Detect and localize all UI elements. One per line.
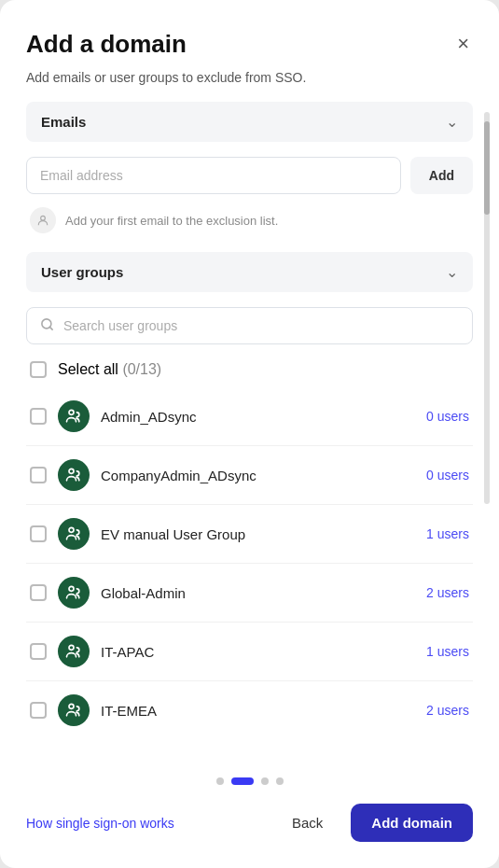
- pagination-dot[interactable]: [276, 777, 284, 785]
- add-domain-modal: Add a domain × Add emails or user groups…: [0, 0, 499, 868]
- group-list-item: IT-APAC 1 users: [26, 623, 473, 681]
- group-checkbox[interactable]: [30, 702, 47, 719]
- svg-point-3: [69, 410, 74, 414]
- add-email-button[interactable]: Add: [410, 157, 473, 194]
- email-input-row: Add: [26, 157, 473, 194]
- group-list-item: CompanyAdmin_ADsync 0 users: [26, 446, 473, 505]
- group-checkbox[interactable]: [30, 643, 47, 660]
- group-avatar: [58, 459, 90, 491]
- svg-line-2: [49, 327, 52, 329]
- user-count: 1 users: [426, 526, 469, 541]
- scrollbar[interactable]: [484, 112, 490, 504]
- close-button[interactable]: ×: [453, 30, 473, 58]
- group-checkbox[interactable]: [30, 408, 47, 425]
- modal-subtitle: Add emails or user groups to exclude fro…: [26, 70, 473, 85]
- sso-link[interactable]: How single sign-on works: [26, 816, 174, 831]
- group-avatar: [58, 400, 90, 432]
- group-checkbox[interactable]: [30, 584, 47, 601]
- group-list-item: IT-EMEA 2 users: [26, 681, 473, 739]
- person-icon: [30, 207, 56, 233]
- group-checkbox[interactable]: [30, 525, 47, 542]
- group-name: IT-APAC: [101, 644, 415, 660]
- group-name: CompanyAdmin_ADsync: [101, 468, 415, 483]
- select-all-checkbox[interactable]: [30, 361, 47, 378]
- emails-chevron-icon: ⌄: [446, 113, 458, 131]
- group-avatar: [58, 518, 90, 550]
- footer-actions: Back Add domain: [275, 804, 473, 842]
- svg-point-6: [69, 586, 74, 591]
- group-name: Admin_ADsync: [101, 409, 415, 425]
- select-all-row: Select all (0/13): [26, 361, 473, 378]
- add-domain-button[interactable]: Add domain: [351, 804, 473, 842]
- back-button[interactable]: Back: [275, 805, 340, 840]
- pagination-dot[interactable]: [261, 777, 269, 785]
- user-count: 2 users: [426, 703, 469, 718]
- user-count: 2 users: [426, 585, 469, 600]
- email-input[interactable]: [26, 157, 401, 194]
- search-icon: [40, 317, 54, 334]
- user-count: 0 users: [426, 468, 469, 483]
- group-list-item: Admin_ADsync 0 users: [26, 387, 473, 446]
- pagination: [26, 777, 473, 785]
- select-all-label: Select all (0/13): [58, 361, 161, 378]
- svg-point-5: [69, 527, 74, 532]
- scrollbar-thumb: [484, 121, 490, 215]
- group-list: Admin_ADsync 0 users CompanyAdmin_ADsync…: [26, 387, 473, 761]
- group-avatar: [58, 636, 90, 667]
- emails-section-header[interactable]: Emails ⌄: [26, 102, 473, 142]
- group-avatar: [58, 694, 90, 726]
- select-all-count: (0/13): [122, 361, 161, 377]
- user-count: 1 users: [426, 644, 469, 659]
- group-avatar: [58, 577, 90, 609]
- user-count: 0 users: [426, 409, 469, 424]
- user-groups-section-label: User groups: [41, 264, 123, 280]
- emails-section-label: Emails: [41, 114, 86, 130]
- user-groups-chevron-icon: ⌄: [446, 263, 458, 281]
- email-empty-hint-text: Add your first email to the exclusion li…: [65, 214, 278, 228]
- group-list-item: Global-Admin 2 users: [26, 564, 473, 623]
- svg-point-7: [69, 645, 74, 650]
- pagination-dot[interactable]: [216, 777, 224, 785]
- search-user-groups-input[interactable]: [63, 318, 459, 333]
- pagination-dot-active[interactable]: [231, 777, 254, 785]
- svg-point-0: [41, 216, 46, 220]
- search-box: [26, 307, 473, 344]
- group-checkbox[interactable]: [30, 467, 47, 483]
- svg-point-8: [69, 704, 74, 708]
- group-name: EV manual User Group: [101, 526, 415, 542]
- group-name: IT-EMEA: [101, 703, 415, 719]
- user-groups-section-header[interactable]: User groups ⌄: [26, 252, 473, 292]
- modal-header: Add a domain ×: [26, 30, 473, 59]
- footer: How single sign-on works Back Add domain: [26, 804, 473, 842]
- email-empty-hint: Add your first email to the exclusion li…: [26, 207, 473, 233]
- group-list-item: EV manual User Group 1 users: [26, 505, 473, 564]
- modal-title: Add a domain: [26, 30, 187, 59]
- group-name: Global-Admin: [101, 585, 415, 601]
- svg-point-4: [69, 469, 74, 473]
